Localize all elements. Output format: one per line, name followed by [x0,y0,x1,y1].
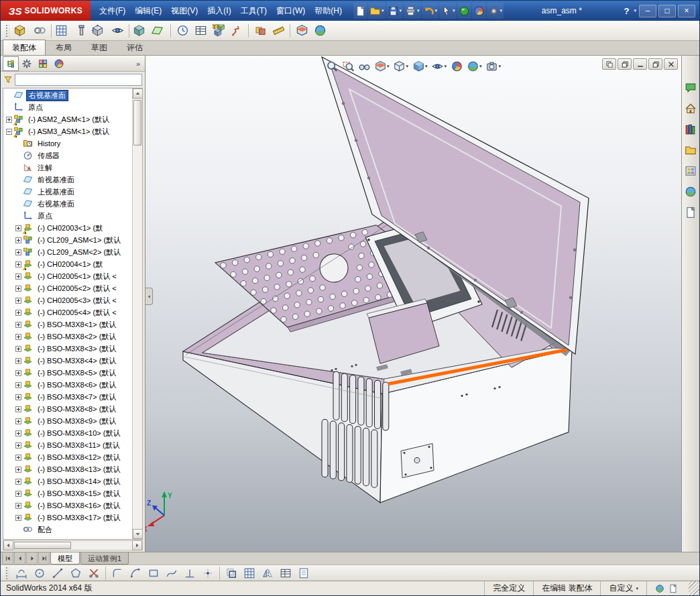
options-button[interactable]: ▾ [487,3,504,19]
linear-sketch-pattern-button[interactable] [241,564,258,582]
window-tile-button[interactable] [618,58,632,70]
expand-icon[interactable] [15,479,22,485]
feature-manager-tab[interactable] [3,56,19,71]
new-motion-study-button[interactable] [174,22,191,40]
undo-button[interactable]: ▾ [422,3,439,19]
filter-funnel-icon[interactable] [3,75,13,84]
tree-horizontal-scrollbar[interactable] [3,540,143,550]
zoom-to-fit-button[interactable] [325,58,339,74]
tree-item[interactable]: History [3,137,132,150]
panel-collapse-button[interactable] [145,288,153,305]
print-button[interactable]: ▾ [404,3,421,19]
appearances-button[interactable] [311,22,329,40]
tree-item[interactable]: 注解 [3,162,132,174]
quick-tip-button[interactable] [655,584,664,593]
previous-view-button[interactable] [357,58,371,74]
tree-item[interactable]: 上视基准面 [3,186,132,198]
tab-草图[interactable]: 草图 [82,40,117,55]
scroll-right-button[interactable] [132,540,142,550]
expand-icon[interactable] [15,249,22,255]
status-units[interactable]: 自定义▾ [600,581,646,595]
scroll-left-button[interactable] [3,540,13,550]
tree-item[interactable]: 原点 [3,101,132,113]
tree-item[interactable]: (-) BSO-M3X8<1> (默认 [3,318,132,331]
measure-button[interactable] [270,22,287,40]
tree-vertical-scrollbar[interactable] [132,88,142,539]
expand-icon[interactable] [15,346,22,352]
polygon-button[interactable] [67,564,84,582]
menu-7[interactable]: 帮助(H) [310,3,347,19]
graphics-area[interactable]: Y X Z ▾▾▾▾▾▾ [145,56,681,552]
property-manager-tab[interactable] [19,56,35,71]
tree-item[interactable]: (-) CH02005<1> (默认 < [3,270,132,282]
scroll-thumb[interactable] [133,100,141,145]
menu-4[interactable]: 插入(I) [202,3,235,19]
panel-tab-overflow[interactable]: » [133,60,143,68]
insert-components-button[interactable]: ▾ [13,22,30,40]
tree-item[interactable]: (-) BSO-M3X8<11> (默认 [3,439,132,451]
toolbar-grip[interactable] [6,25,9,37]
tree-item[interactable]: 传感器 [3,150,132,162]
spline-button[interactable] [163,564,180,582]
mate-button[interactable] [31,22,48,40]
reference-geometry-button[interactable]: ▾ [150,22,168,40]
zoom-to-area-button[interactable] [341,58,355,74]
last-tab-button[interactable] [38,552,50,564]
tree-item[interactable]: 配合 [3,524,132,536]
apply-scene-button[interactable]: ▾ [465,58,483,74]
hide-show-items-button[interactable]: ▾ [430,58,449,74]
bill-of-materials-button[interactable] [192,22,209,40]
tree-item[interactable]: (-) BSO-M3X8<3> (默认 [3,343,132,355]
tree-item[interactable]: (-) BSO-M3X8<9> (默认 [3,415,132,427]
tree-item[interactable]: 右视基准面 [3,89,132,101]
smart-fasteners-button[interactable] [72,22,90,40]
tree-item[interactable]: (-) BSO-M3X8<7> (默认 [3,391,132,403]
exploded-view-button[interactable] [210,22,227,40]
line-button[interactable] [49,564,66,582]
tree-item[interactable]: (-) CH02004<1> (默 [3,258,132,270]
perpendicular-line-button[interactable] [181,564,198,582]
expand-icon[interactable] [15,237,22,243]
tree-item[interactable]: (-) BSO-M3X8<12> (默认 [3,451,132,463]
custom-properties-button[interactable] [683,204,699,221]
appearances-scenes-button[interactable] [683,184,699,200]
arc-button[interactable] [127,564,144,582]
corner-rectangle-button[interactable] [145,564,162,582]
new-document-button[interactable] [353,3,367,19]
trim-entities-button[interactable] [85,564,103,582]
expand-icon[interactable] [15,382,22,388]
rebuild-button[interactable] [457,3,471,19]
previous-tab-button[interactable] [14,552,25,564]
linear-component-pattern-button[interactable]: ▾ [54,22,72,40]
tree-item[interactable]: (-) ASM3_ASM<1> (默认 [3,125,132,137]
maximize-button[interactable]: □ [658,5,676,17]
expand-icon[interactable] [15,418,22,424]
tab-评估[interactable]: 评估 [117,40,152,55]
circle-button[interactable] [31,564,48,582]
edit-appearance-button[interactable] [472,3,486,19]
tree-item[interactable]: (-) CL209_ASM<2> (默认 [3,246,132,258]
select-button[interactable]: ▾ [439,3,457,19]
tree-item[interactable]: (-) BSO-M3X8<4> (默认 [3,355,132,367]
resize-grip[interactable] [689,581,699,595]
tree-item[interactable]: (-) BSO-M3X8<16> (默认 [3,499,132,512]
menu-5[interactable]: 工具(T) [236,3,272,19]
scroll-thumb-horizontal[interactable] [14,542,71,549]
expand-icon[interactable] [15,442,22,449]
menu-2[interactable]: 编辑(E) [130,3,166,19]
interference-detection-button[interactable] [251,22,269,40]
tree-item[interactable]: (-) BSO-M3X8<5> (默认 [3,367,132,379]
assembly-features-button[interactable]: ▾ [132,22,150,40]
sketch-fillet-button[interactable] [109,564,126,582]
tree-item[interactable]: (-) BSO-M3X8<14> (默认 [3,475,132,487]
expand-icon[interactable] [15,310,22,316]
expand-icon[interactable] [15,455,22,461]
expand-icon[interactable] [15,491,22,497]
expand-icon[interactable] [15,430,22,436]
sketch-sheet-button[interactable] [295,564,312,582]
view-palette-button[interactable] [683,163,699,179]
tab-模型[interactable]: 模型 [50,552,80,564]
window-close-button[interactable] [664,58,678,70]
window-cascade-button[interactable] [602,58,616,70]
configuration-manager-tab[interactable] [35,56,51,71]
